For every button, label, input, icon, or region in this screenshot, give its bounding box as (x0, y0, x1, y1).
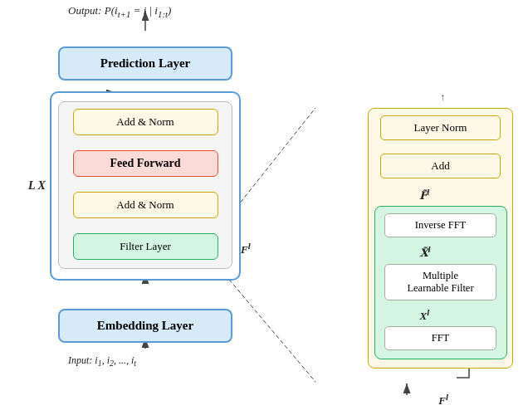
filter-layer-label: Filter Layer (120, 240, 171, 252)
inner-green-box: K ⊙ X^l Inverse FFT X̃l MultipleLearnabl… (374, 206, 507, 359)
inner-gray-stack: Add & Norm Feed Forward Add & Norm Filte… (58, 101, 232, 269)
fft-label: FFT (432, 332, 450, 344)
fft-box: FFT (384, 326, 496, 350)
fl-label-left: Fl (241, 241, 251, 256)
inv-fft-label: Inverse FFT (415, 219, 466, 231)
feed-forward-box: Feed Forward (73, 150, 218, 177)
output-label: Output: P(it+1 = i | i1:t) (68, 4, 171, 19)
embedding-layer-label: Embedding Layer (97, 319, 193, 332)
lx-label: L X (28, 179, 46, 193)
mlf-box: MultipleLearnable Filter (384, 264, 496, 300)
xl-label: Xl (420, 307, 430, 323)
right-top-arrow: ↑ (440, 91, 445, 104)
outer-blue-stack: L X Add & Norm Feed Forward Add & Norm F… (50, 91, 241, 281)
outer-yellow-box: Layer Norm Add F̃l K ⊙ X^l Inverse FFT X… (368, 108, 513, 369)
input-label: Input: i1, i2, ..., it (68, 354, 136, 368)
layer-norm-box: Layer Norm (380, 115, 501, 140)
feed-forward-label: Feed Forward (110, 157, 180, 169)
add-label: Add (431, 159, 449, 172)
add-norm-top-box: Add & Norm (73, 109, 218, 135)
add-norm-bottom-box: Add & Norm (73, 192, 218, 218)
embedding-layer-box: Embedding Layer (58, 309, 232, 343)
xl-tilde-label: X̃l (420, 244, 431, 260)
filter-layer-box: Filter Layer (73, 233, 218, 260)
inv-fft-box: Inverse FFT (384, 213, 496, 237)
fl-label-bottom: Fl (438, 392, 448, 408)
fl-tilde-label: F̃l (419, 187, 429, 203)
add-box: Add (380, 154, 501, 178)
add-norm-top-label: Add & Norm (116, 115, 174, 128)
prediction-layer-box: Prediction Layer (58, 46, 232, 81)
layer-norm-label: Layer Norm (414, 121, 467, 134)
add-norm-bottom-label: Add & Norm (116, 198, 174, 211)
prediction-layer-label: Prediction Layer (100, 56, 190, 70)
